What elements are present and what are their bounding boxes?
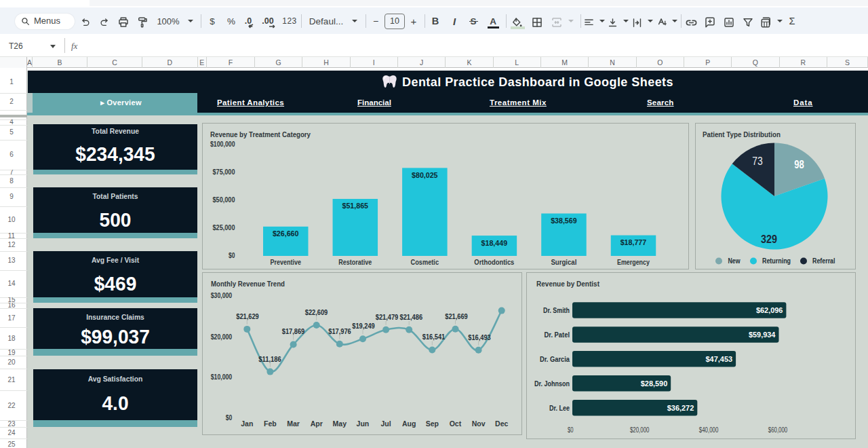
svg-text:Preventive: Preventive: [270, 258, 301, 266]
svg-text:Monthly Revenue Trend: Monthly Revenue Trend: [211, 280, 285, 288]
svg-text:Sep: Sep: [426, 419, 439, 428]
svg-text:Surgical: Surgical: [551, 258, 576, 266]
svg-text:$18,777: $18,777: [620, 238, 647, 246]
svg-text:$21,486: $21,486: [400, 313, 423, 321]
svg-text:$22,609: $22,609: [305, 308, 328, 316]
svg-text:$80,025: $80,025: [412, 171, 438, 179]
svg-text:May: May: [333, 419, 347, 428]
svg-text:329: 329: [761, 234, 777, 245]
svg-text:Feb: Feb: [264, 419, 277, 428]
svg-text:$75,000: $75,000: [213, 168, 235, 176]
svg-text:Dr. Patel: Dr. Patel: [545, 331, 570, 339]
svg-text:$47,453: $47,453: [706, 355, 733, 363]
svg-text:Dr. Lee: Dr. Lee: [549, 404, 570, 412]
svg-text:Dr. Smith: Dr. Smith: [543, 306, 570, 314]
svg-text:73: 73: [752, 155, 763, 167]
svg-text:$50,000: $50,000: [213, 195, 235, 204]
svg-text:Dr. Garcia: Dr. Garcia: [540, 355, 570, 363]
svg-text:Emergency: Emergency: [617, 258, 650, 266]
svg-text:$26,660: $26,660: [273, 229, 299, 238]
svg-text:New: New: [728, 257, 741, 265]
svg-text:$100,000: $100,000: [210, 140, 235, 148]
svg-text:$16,493: $16,493: [468, 333, 491, 341]
svg-text:$17,869: $17,869: [282, 327, 305, 335]
svg-text:Cosmetic: Cosmetic: [411, 258, 439, 266]
svg-text:$18,449: $18,449: [481, 239, 508, 247]
svg-text:Apr: Apr: [311, 419, 323, 428]
svg-text:Mar: Mar: [287, 419, 300, 428]
svg-text:Jun: Jun: [357, 419, 370, 428]
svg-text:Referral: Referral: [812, 257, 835, 265]
svg-text:$0: $0: [226, 413, 233, 422]
svg-text:Dr. Johnson: Dr. Johnson: [534, 379, 570, 388]
svg-text:$0: $0: [229, 251, 235, 259]
svg-text:Revenue by Dentist: Revenue by Dentist: [536, 280, 600, 288]
svg-text:$17,976: $17,976: [328, 327, 351, 335]
svg-text:$20,000: $20,000: [211, 333, 233, 341]
svg-text:$11,186: $11,186: [258, 355, 281, 363]
svg-text:Revenue by Treatment Category: Revenue by Treatment Category: [210, 131, 311, 138]
svg-text:$40,000: $40,000: [699, 426, 719, 434]
svg-text:$20,000: $20,000: [630, 426, 650, 434]
svg-text:Jul: Jul: [380, 419, 391, 428]
svg-text:$59,934: $59,934: [749, 331, 776, 339]
svg-text:Dec: Dec: [495, 419, 508, 428]
svg-text:$19,249: $19,249: [352, 322, 375, 330]
svg-text:Aug: Aug: [402, 419, 416, 428]
svg-text:$16,541: $16,541: [422, 333, 446, 341]
svg-text:$62,096: $62,096: [756, 306, 783, 314]
svg-text:Returning: Returning: [762, 257, 791, 265]
svg-text:$21,479: $21,479: [376, 313, 399, 321]
svg-text:Restorative: Restorative: [338, 258, 372, 266]
svg-text:$10,000: $10,000: [211, 373, 233, 381]
svg-text:$21,669: $21,669: [445, 312, 468, 320]
svg-text:$25,000: $25,000: [213, 223, 235, 231]
svg-text:Nov: Nov: [472, 419, 486, 428]
svg-text:98: 98: [794, 159, 804, 170]
svg-text:Jan: Jan: [241, 419, 253, 428]
svg-text:$51,865: $51,865: [342, 202, 369, 210]
svg-text:$38,569: $38,569: [551, 217, 577, 225]
svg-text:$30,000: $30,000: [211, 291, 233, 299]
svg-text:Orthodontics: Orthodontics: [474, 258, 514, 266]
svg-text:$36,272: $36,272: [667, 404, 694, 412]
svg-text:$60,000: $60,000: [768, 426, 788, 434]
svg-text:Patient Type Distribution: Patient Type Distribution: [703, 131, 781, 138]
svg-text:$28,590: $28,590: [641, 379, 668, 388]
svg-text:$0: $0: [568, 426, 574, 434]
svg-text:$21,629: $21,629: [236, 312, 259, 320]
svg-text:Oct: Oct: [450, 419, 462, 428]
